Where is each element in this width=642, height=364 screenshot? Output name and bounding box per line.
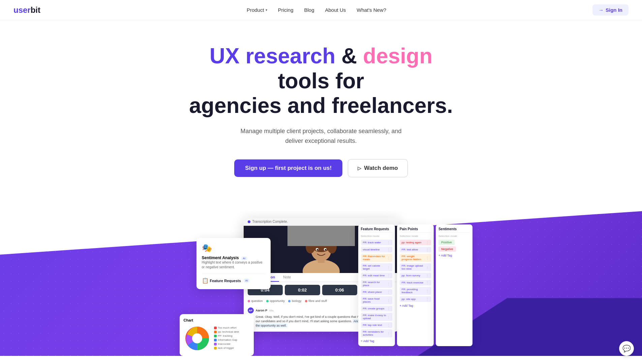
add-tag-sent[interactable]: + Add Tag [438,253,470,258]
chat-bubble[interactable]: 💬 [619,341,634,356]
legend-sq-effort [214,327,217,329]
tag-track-water: FR: track water⋮ [361,240,392,245]
headline-design: design [363,44,432,68]
legend-dot-biology [288,300,291,302]
legend-opportunity: opportunity [266,299,285,303]
chart-title: Chart [184,318,250,322]
play-icon: ▷ [358,165,361,171]
nav-item-pricing[interactable]: Pricing [278,7,294,13]
signin-icon: → [599,7,604,13]
chart-legend: Too much effort pp: technical debt PP: t… [214,326,239,351]
legend-question: question [248,299,263,303]
add-tag-fr[interactable]: + Add Tag [361,339,392,343]
tag-testing-again: pp: testing again⋮ [400,240,431,245]
legend-biology: biology [288,299,302,303]
pain-points-panel: Pain Points Selection mode pp: testing a… [397,224,434,346]
navbar: userbit Product ▾ Pricing Blog About Us … [0,0,642,20]
nav-links: Product ▾ Pricing Blog About Us What's N… [247,7,386,13]
logo-bit: bit [31,5,40,14]
video-person-svg [287,226,355,273]
nav-item-blog[interactable]: Blog [304,7,314,13]
mockup-right-panels: Feature Requests Selection mode FR: trac… [358,224,473,346]
add-tag-pp[interactable]: + Add Tag [400,303,431,308]
legend-dot-fibre [305,300,307,302]
tab-note[interactable]: Note [279,273,295,282]
tag-reminders-activities: FR: reminders for activities⋮ [361,329,392,337]
legend-dot-opportunity [266,300,269,302]
nav-item-product[interactable]: Product ▾ [247,7,267,13]
watch-demo-button[interactable]: ▷ Watch demo [348,159,407,177]
signup-button[interactable]: Sign up — first project is on us! [234,159,342,177]
legend-too-much-effort: Too much effort [214,326,239,329]
nav-link-blog[interactable]: Blog [304,7,314,13]
tag-site-app: pp: site app⋮ [400,296,431,302]
nav-item-whatsnew[interactable]: What's New? [357,7,386,13]
pie-chart-container: Too much effort pp: technical debt PP: t… [184,325,250,352]
nav-link-about[interactable]: About Us [325,7,346,13]
hero-subtext: Manage multiple client projects, collabo… [234,126,409,146]
mockups-container: Transcription Complete. [170,218,473,356]
tag-search-place: FR: search for place⋮ [361,280,392,288]
legend-fibre: fibre and stuff [305,299,327,303]
legend-lack-trigger: lack of trigger [214,346,239,350]
legend-sq-tracking [214,335,217,337]
selection-mode-pp: Selection mode [400,235,431,238]
svg-point-13 [192,333,202,343]
logo-user: user [13,5,31,14]
feature-req-icon: 📋 [202,277,209,284]
feature-requests-panel: Feature Requests Selection mode FR: trac… [358,224,395,346]
mockup-sentiment-panel: 🎭 Sentiment Analysis AI Highlight text w… [196,238,271,289]
avatar-speaker1: AP [248,307,254,313]
svg-rect-11 [287,226,355,246]
positive-tag: Positive [438,240,470,246]
feature-requests-header: Feature Requests [361,227,392,233]
timestamp-2: 0:06 [322,285,358,295]
feature-req-section: 📋 Feature Requests AI [202,274,265,284]
tag-providing-feedback: FR: providing feedback⋮ [400,287,431,295]
hero-section: UX research & design tools foragencies a… [0,20,642,211]
legend-sq-inaccurate [214,343,217,345]
nav-link-product[interactable]: Product ▾ [247,7,267,13]
headline-ux: UX research [210,44,341,68]
tag-edit-meal: FR: edit meal time⋮ [361,273,392,278]
legend-info-gap: Information Gap [214,338,239,341]
legend-technical-debt: pp: technical debt [214,330,239,333]
tag-track-exercise: FR: track exercise⋮ [400,280,431,285]
feature-req-header: 📋 Feature Requests AI [202,277,265,284]
tag-from-survey: pp: from survey⋮ [400,273,431,278]
tag-save-food: FR: save food places⋮ [361,296,392,304]
feature-ai-badge: AI [244,279,250,282]
ai-badge: AI [241,256,247,260]
chat-icon: 💬 [622,344,631,353]
nav-link-whatsnew[interactable]: What's New? [357,7,386,13]
sentiments-panel: Sentiments Selection mode Positive Negat… [436,224,472,346]
chevron-down-icon: ▾ [266,8,267,12]
tag-image-upload: FR: image upload too slow⋮ [400,263,431,271]
svg-point-10 [325,249,326,251]
logo[interactable]: userbit [13,5,40,15]
tag-tap-rule: FR: tap rule text⋮ [361,322,392,328]
sentiment-emoji: 🎭 [202,243,265,253]
tag-create-groups: FR: create groups⋮ [361,306,392,311]
tag-visual-timeline: visual timeline⋮ [361,247,392,252]
nav-item-about[interactable]: About Us [325,7,346,13]
mockup-chart-panel: Chart Too much effort [180,314,254,356]
tag-calorie-target: FR: set calorie target⋮ [361,263,392,271]
sentiment-desc: Highlight text where it conveys a positi… [202,260,265,270]
legend-tracking: PP: tracking [214,334,239,337]
tag-weight-progress: FR: weight progress hidden⋮ [400,254,431,262]
hero-headline: UX research & design tools foragencies a… [183,44,459,118]
legend-sq-trigger [214,347,217,350]
pain-points-header: Pain Points [400,227,431,233]
nav-link-pricing[interactable]: Pricing [278,7,294,13]
pie-chart-svg [184,325,211,352]
legend-inaccurate: Inaccurate [214,342,239,345]
sentiments-header: Sentiments [438,227,470,233]
tag-test-allow: FR: test allow⋮ [400,247,431,252]
selection-mode-sent: Selection mode [438,235,470,238]
svg-point-9 [316,249,318,251]
hero-buttons: Sign up — first project is on us! ▷ Watc… [13,159,629,177]
signin-button[interactable]: → Sign In [592,4,629,16]
tag-reminders-meals: FR: Reminders for meals⋮ [361,254,392,262]
legend-sq-debt [214,331,217,333]
